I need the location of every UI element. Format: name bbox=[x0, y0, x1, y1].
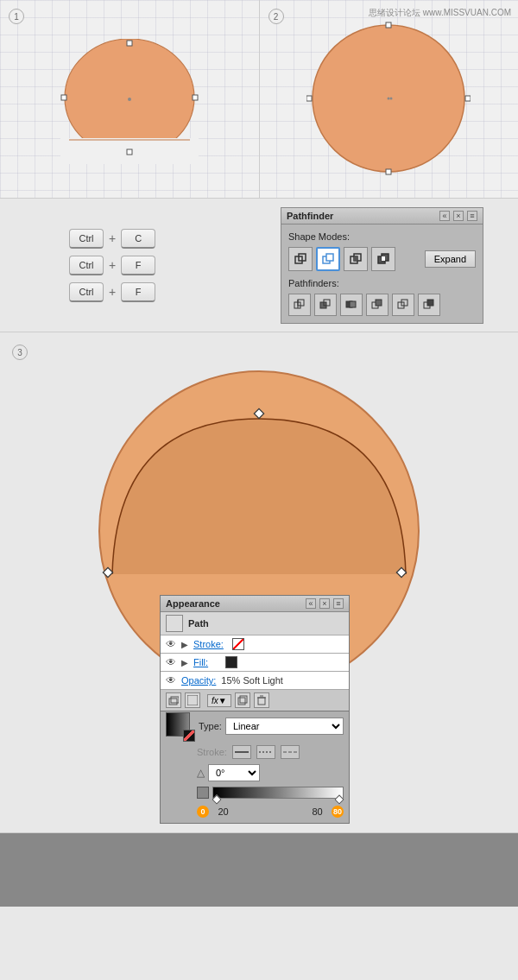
minus-back-btn[interactable] bbox=[418, 294, 440, 316]
middle-section: Ctrl + C Ctrl + F Ctrl + F Pathfinder « … bbox=[0, 199, 518, 332]
gradient-stroke-label: Stroke: bbox=[197, 747, 227, 757]
svg-rect-33 bbox=[376, 300, 382, 306]
gradient-type-select[interactable]: Linear bbox=[225, 718, 344, 735]
exclude-btn[interactable] bbox=[371, 247, 395, 271]
gradient-stop-left[interactable] bbox=[212, 794, 221, 804]
pathfinder-panel: Pathfinder « × ≡ Shape Modes: bbox=[281, 207, 483, 324]
pathfinder-row bbox=[288, 294, 476, 316]
appearance-delete-btn[interactable] bbox=[254, 692, 269, 708]
svg-rect-12 bbox=[386, 169, 391, 174]
divide-btn[interactable] bbox=[288, 294, 311, 316]
svg-rect-14 bbox=[465, 96, 471, 101]
gradient-stop-right[interactable] bbox=[334, 794, 344, 804]
gradient-bar-section: 0 20 80 80 bbox=[166, 787, 344, 818]
minus-front-btn[interactable] bbox=[316, 247, 340, 271]
fill-label[interactable]: Fill: bbox=[193, 657, 208, 667]
type-label: Type: bbox=[199, 721, 222, 731]
svg-rect-24 bbox=[382, 256, 385, 261]
kbd-c: C bbox=[121, 229, 155, 249]
appearance-add-btn[interactable] bbox=[185, 692, 200, 708]
gradient-type-row: Type: Linear bbox=[166, 712, 344, 740]
unite-btn[interactable] bbox=[288, 247, 313, 271]
stroke-label[interactable]: Stroke: bbox=[193, 639, 224, 649]
intersect-btn[interactable] bbox=[344, 247, 368, 271]
panel-2-number: 2 bbox=[268, 9, 284, 24]
svg-rect-43 bbox=[171, 697, 179, 703]
shape-modes-row: Expand bbox=[288, 247, 476, 271]
svg-rect-37 bbox=[427, 300, 433, 306]
right-stop-value: 80 bbox=[306, 806, 328, 817]
pathfinder-titlebar: Pathfinder « × ≡ bbox=[281, 208, 483, 224]
fill-arrow-icon[interactable]: ▶ bbox=[181, 658, 188, 667]
stroke-btn-2[interactable] bbox=[256, 745, 275, 759]
svg-point-10 bbox=[390, 97, 393, 99]
pathfinder-body: Shape Modes: Expand bbox=[281, 224, 483, 323]
stroke-btn-3[interactable] bbox=[281, 745, 300, 759]
outline-btn[interactable] bbox=[392, 294, 414, 316]
shape-modes-label: Shape Modes: bbox=[288, 231, 476, 242]
opacity-label: Opacity: bbox=[181, 675, 216, 686]
appearance-menu-btn[interactable]: ≡ bbox=[333, 598, 344, 609]
pathfinder-controls: « × ≡ bbox=[439, 211, 477, 221]
kbd-f-2: F bbox=[121, 282, 155, 302]
section-3: 3 Appearance « × ≡ bbox=[0, 332, 518, 833]
merge-btn[interactable] bbox=[340, 294, 363, 316]
svg-rect-21 bbox=[354, 256, 357, 261]
appearance-title: Appearance bbox=[166, 598, 220, 609]
fill-swatch bbox=[225, 656, 237, 668]
gradient-sub-swatch bbox=[183, 730, 195, 742]
appearance-close-btn[interactable]: × bbox=[319, 598, 330, 609]
angle-select[interactable]: 0° bbox=[208, 764, 260, 781]
gradient-bar bbox=[212, 787, 344, 799]
svg-point-3 bbox=[128, 98, 131, 101]
watermark: 思绪设计论坛 www.MISSVUAN.COM bbox=[369, 7, 511, 19]
appearance-collapse-btn[interactable]: « bbox=[306, 598, 316, 609]
left-stop-value: 20 bbox=[212, 806, 234, 817]
stroke-btn-1[interactable] bbox=[232, 745, 251, 759]
pathfinders-label: Pathfinders: bbox=[288, 278, 476, 288]
svg-rect-4 bbox=[127, 41, 132, 46]
gradient-angle-row: △ 0° bbox=[166, 764, 344, 781]
svg-rect-31 bbox=[350, 301, 356, 307]
crop-btn[interactable] bbox=[366, 294, 388, 316]
egg-shape-2-svg bbox=[306, 21, 471, 176]
spacer bbox=[237, 812, 303, 812]
opacity-value: 15% Soft Light bbox=[221, 675, 283, 686]
opacity-row: 👁 Opacity: 15% Soft Light bbox=[161, 672, 349, 690]
path-swatch bbox=[166, 615, 183, 632]
svg-rect-47 bbox=[258, 698, 265, 705]
angle-icon: △ bbox=[197, 767, 205, 779]
egg-shape-container-1 bbox=[60, 39, 199, 160]
pathfinder-close-btn[interactable]: × bbox=[453, 211, 464, 221]
stroke-arrow-icon[interactable]: ▶ bbox=[181, 640, 188, 649]
path-name: Path bbox=[188, 618, 209, 629]
svg-rect-6 bbox=[61, 95, 66, 100]
trim-btn[interactable] bbox=[314, 294, 337, 316]
svg-rect-7 bbox=[193, 95, 198, 100]
plus-2: + bbox=[109, 258, 116, 272]
fill-row: 👁 ▶ Fill: bbox=[161, 654, 349, 672]
appearance-layer-btn[interactable] bbox=[166, 692, 181, 708]
pathfinder-collapse-btn[interactable]: « bbox=[439, 211, 450, 221]
appearance-panel: Appearance « × ≡ Path 👁 ▶ Stroke: 👁 ▶ Fi… bbox=[160, 595, 350, 711]
left-stop-indicator: 0 bbox=[197, 806, 209, 818]
shortcut-row-3: Ctrl + F bbox=[69, 282, 155, 302]
section-3-number: 3 bbox=[12, 345, 28, 360]
opacity-eye-icon[interactable]: 👁 bbox=[166, 674, 176, 686]
panel-2: 2 bbox=[260, 0, 519, 198]
fill-eye-icon[interactable]: 👁 bbox=[166, 656, 176, 668]
gradient-bar-small-icon bbox=[197, 787, 209, 799]
svg-rect-44 bbox=[187, 695, 198, 705]
panel-1-number: 1 bbox=[9, 9, 24, 24]
appearance-copy-btn[interactable] bbox=[235, 692, 250, 708]
svg-point-9 bbox=[388, 97, 390, 99]
stroke-eye-icon[interactable]: 👁 bbox=[166, 638, 176, 650]
fx-button[interactable]: fx▼ bbox=[207, 694, 231, 707]
shortcut-row-1: Ctrl + C bbox=[69, 229, 155, 249]
gradient-bar-icons-row bbox=[197, 787, 344, 799]
appearance-footer: fx▼ bbox=[161, 690, 349, 711]
egg-shape-1-svg bbox=[60, 39, 199, 164]
expand-button[interactable]: Expand bbox=[425, 250, 476, 268]
pathfinder-menu-btn[interactable]: ≡ bbox=[467, 211, 477, 221]
gradient-numbers-row: 0 20 80 80 bbox=[197, 806, 344, 818]
